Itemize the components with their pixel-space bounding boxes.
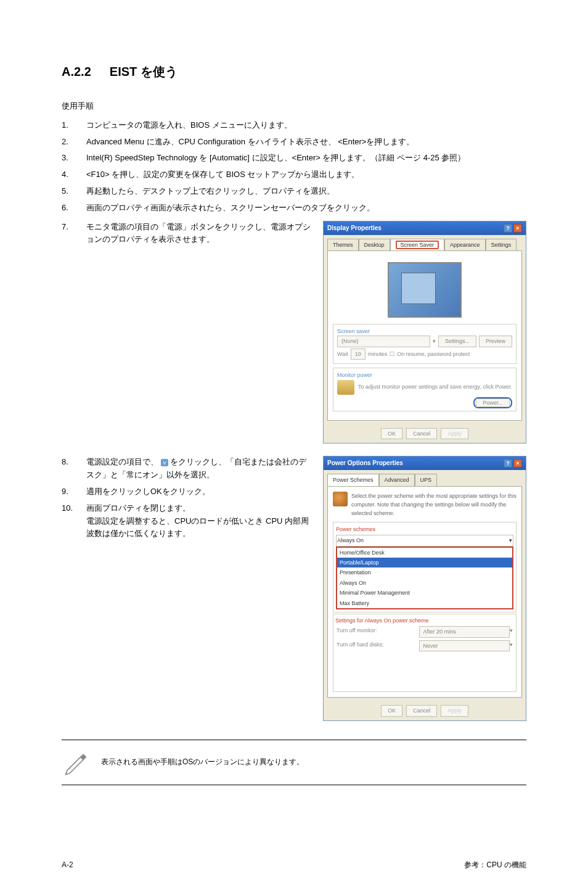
chevron-down-icon[interactable]: ▾	[509, 536, 512, 545]
preview-button[interactable]: Preview	[479, 336, 512, 347]
turn-off-disks-label: Turn off hard disks:	[337, 640, 419, 651]
tab-appearance[interactable]: Appearance	[444, 239, 486, 250]
minutes-label: minutes	[368, 350, 388, 358]
tab-settings[interactable]: Settings	[486, 239, 517, 250]
page-number: A-2	[62, 859, 73, 871]
page-footer: A-2 参考：CPU の機能	[62, 859, 526, 871]
energy-star-icon	[337, 380, 354, 395]
screensaver-legend: Screen saver	[337, 327, 512, 336]
extra-paragraph: 電源設定を調整すると、CPUのロードが低いとき CPU 内部周波数は僅かに低くな…	[86, 516, 309, 538]
power-schemes-legend: Power schemes	[336, 525, 513, 534]
ok-button[interactable]: OK	[381, 705, 402, 716]
battery-plug-icon	[333, 492, 348, 506]
step-list-1b: 7.モニタ電源の項目の「電源」ボタンをクリックし、電源オプションのプロパティを表…	[62, 221, 314, 247]
dropdown-item[interactable]: Portable/Laptop	[337, 558, 512, 567]
tab-panel: Screen saver (None) ▾ Settings... Previe…	[327, 250, 522, 421]
tabs: Power Schemes Advanced UPS	[324, 470, 526, 485]
step-item: 1.コンピュータの電源を入れ、BIOS メニューに入ります。	[62, 119, 526, 132]
dropdown-item[interactable]: Always On	[337, 578, 512, 588]
section-title-text: EIST を使う	[110, 65, 178, 78]
monitor-power-group: Monitor power To adjust monitor power se…	[333, 368, 517, 411]
resume-checkbox[interactable]: ☐	[390, 350, 394, 358]
monitor-power-text: To adjust monitor power settings and sav…	[358, 382, 512, 391]
step-list-2: 8. 電源設定の項目で、 v をクリックし、「自宅または会社のデスク」と「常にオ…	[62, 456, 314, 540]
tab-desktop[interactable]: Desktop	[359, 239, 390, 250]
power-button-highlight: Power...	[473, 397, 512, 408]
step-item: 2.Advanced Menu に進み、CPU Configuration をハ…	[62, 136, 526, 149]
scheme-description: Select the power scheme with the most ap…	[351, 492, 517, 518]
ok-button[interactable]: OK	[381, 428, 402, 439]
step-item: 4.<F10> を押し、設定の変更を保存して BIOS セットアップから退出しま…	[62, 168, 526, 181]
titlebar: Power Options Properties ? ×	[324, 456, 526, 470]
chevron-down-icon[interactable]: ▾	[433, 337, 436, 345]
step-list-1: 1.コンピュータの電源を入れ、BIOS メニューに入ります。 2.Advance…	[62, 119, 526, 215]
close-icon[interactable]: ×	[513, 224, 522, 233]
tab-panel: Select the power scheme with the most ap…	[327, 486, 522, 698]
dialog-title: Power Options Properties	[327, 458, 403, 468]
step-item: 3.Intel(R) SpeedStep Technology を [Autom…	[62, 152, 526, 165]
cancel-button[interactable]: Cancel	[406, 705, 437, 716]
dropdown-item[interactable]: Minimal Power Management	[337, 588, 512, 598]
dialog-buttons: OK Cancel Apply	[324, 424, 526, 443]
subheading: 使用手順	[62, 100, 526, 113]
tabs: Themes Desktop Screen Saver Appearance S…	[324, 235, 526, 250]
step-item: 9.適用をクリックしOKをクリック。	[62, 485, 314, 498]
step-item: 7.モニタ電源の項目の「電源」ボタンをクリックし、電源オプションのプロパティを表…	[62, 221, 314, 247]
cancel-button[interactable]: Cancel	[406, 428, 437, 439]
pencil-note-icon	[62, 749, 89, 776]
power-options-dialog: Power Options Properties ? × Power Schem…	[323, 456, 526, 720]
tab-power-schemes[interactable]: Power Schemes	[327, 474, 379, 485]
tab-themes[interactable]: Themes	[327, 239, 359, 250]
scheme-dropdown-list: Home/Office Desk Portable/Laptop Present…	[336, 547, 513, 609]
help-icon[interactable]: ?	[504, 459, 512, 468]
apply-button[interactable]: Apply	[441, 428, 468, 439]
screensaver-group: Screen saver (None) ▾ Settings... Previe…	[333, 324, 517, 364]
step-item: 5.再起動したら、デスクトップ上で右クリックし、プロパティを選択。	[62, 185, 526, 198]
help-icon[interactable]: ?	[504, 224, 512, 233]
section-number: A.2.2	[62, 65, 91, 78]
dropdown-item[interactable]: Home/Office Desk	[337, 548, 512, 558]
dropdown-item[interactable]: Max Battery	[337, 598, 512, 608]
chevron-down-icon[interactable]: ▾	[510, 640, 513, 651]
monitor-preview-icon	[388, 262, 462, 318]
power-schemes-group: Power schemes Always On▾ Home/Office Des…	[333, 522, 517, 613]
dialog-buttons: OK Cancel Apply	[324, 701, 526, 720]
scheme-settings-group: Settings for Always On power scheme Turn…	[333, 614, 517, 692]
turn-off-monitor-label: Turn off monitor:	[337, 626, 419, 637]
close-icon[interactable]: ×	[513, 459, 522, 468]
apply-button[interactable]: Apply	[441, 705, 468, 716]
chevron-down-icon[interactable]: ▾	[510, 626, 513, 637]
tab-ups[interactable]: UPS	[415, 474, 438, 485]
settings-legend: Settings for Always On power scheme	[335, 616, 514, 625]
chevron-down-icon: v	[161, 459, 168, 466]
note-callout: 表示される画面や手順はOSのバージョンにより異なります。	[62, 740, 526, 785]
turn-off-disks-select[interactable]: Never	[419, 640, 510, 651]
step-item: 6.画面のプロパティ画面が表示されたら、スクリーンセーバーのタブをクリック。	[62, 202, 526, 215]
resume-label: On resume, password protect	[397, 350, 470, 358]
turn-off-monitor-select[interactable]: After 20 mins	[419, 626, 510, 637]
tab-screensaver[interactable]: Screen Saver	[390, 239, 445, 250]
tab-advanced[interactable]: Advanced	[379, 474, 415, 485]
settings-button[interactable]: Settings...	[438, 336, 476, 347]
wait-label: Wait	[337, 350, 348, 358]
footer-label: 参考：CPU の機能	[464, 859, 526, 871]
section-heading: A.2.2EIST を使う	[62, 62, 526, 81]
step-item: 10. 画面プロパティを閉じます。 電源設定を調整すると、CPUのロードが低いと…	[62, 502, 314, 540]
monitor-power-legend: Monitor power	[337, 371, 512, 379]
dropdown-item[interactable]: Presentation	[337, 567, 512, 577]
display-properties-dialog: Display Properties ? × Themes Desktop Sc…	[323, 221, 526, 444]
note-text: 表示される画面や手順はOSのバージョンにより異なります。	[101, 756, 304, 768]
dialog-title: Display Properties	[327, 223, 382, 233]
power-button[interactable]: Power...	[476, 398, 510, 407]
titlebar: Display Properties ? ×	[324, 221, 526, 235]
wait-spinner[interactable]: 10	[351, 349, 365, 360]
scheme-select[interactable]: Always On▾	[336, 535, 513, 546]
screensaver-select[interactable]: (None)	[337, 336, 430, 347]
step-item: 8. 電源設定の項目で、 v をクリックし、「自宅または会社のデスク」と「常にオ…	[62, 456, 314, 482]
